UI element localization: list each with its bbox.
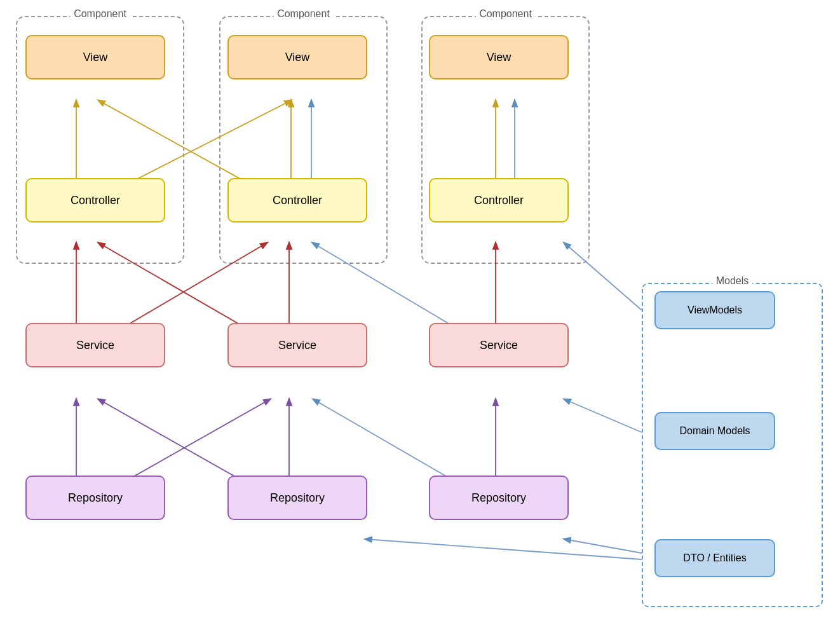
svg-line-20 — [564, 399, 642, 432]
view-node-3: View — [429, 35, 569, 79]
controller-node-1: Controller — [25, 178, 165, 223]
repo-node-2: Repository — [227, 476, 367, 520]
view-node-1: View — [25, 35, 165, 79]
viewmodels-node: ViewModels — [654, 291, 775, 329]
svg-line-21 — [365, 539, 642, 559]
dto-node: DTO / Entities — [654, 539, 775, 577]
diagram-container: Component Component Component Models — [0, 0, 840, 637]
component-label-2: Component — [273, 8, 334, 20]
models-label: Models — [712, 275, 753, 287]
svg-line-22 — [564, 539, 642, 553]
repo-node-3: Repository — [429, 476, 569, 520]
controller-node-2: Controller — [227, 178, 367, 223]
domainmodels-node: Domain Models — [654, 412, 775, 450]
view-node-2: View — [227, 35, 367, 79]
controller-node-3: Controller — [429, 178, 569, 223]
service-node-1: Service — [25, 323, 165, 367]
component-label-3: Component — [475, 8, 536, 20]
component-label-1: Component — [70, 8, 130, 20]
repo-node-1: Repository — [25, 476, 165, 520]
service-node-2: Service — [227, 323, 367, 367]
service-node-3: Service — [429, 323, 569, 367]
